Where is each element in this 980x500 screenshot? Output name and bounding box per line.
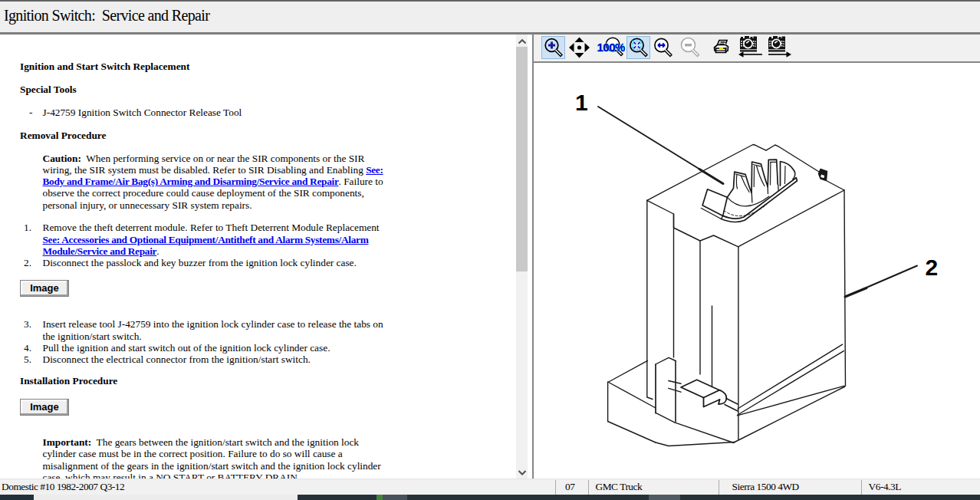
svg-text:100%: 100% — [597, 41, 625, 54]
svg-text:1: 1 — [575, 90, 588, 115]
svg-text:2: 2 — [926, 255, 939, 280]
